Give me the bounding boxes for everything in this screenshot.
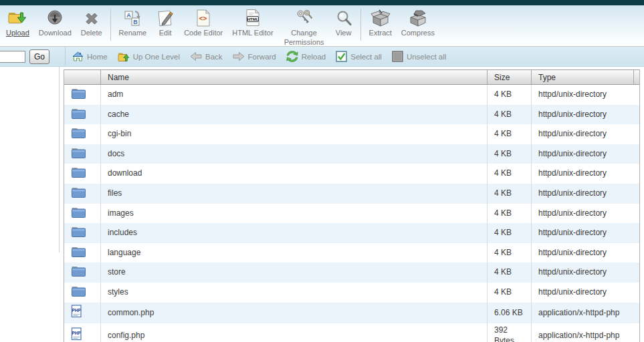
folder-icon: [71, 225, 86, 241]
svg-text:B: B: [134, 19, 138, 25]
folder-icon: [71, 166, 86, 182]
toolbar-button-edit[interactable]: Edit: [151, 7, 179, 39]
folder-icon: [71, 285, 86, 301]
row-icon-cell: [64, 204, 101, 224]
row-icon-cell: [64, 223, 101, 243]
table-row[interactable]: docs4 KBhttpd/unix-directory: [64, 144, 639, 164]
row-name-cell: docs: [101, 144, 488, 164]
nav-button-label: Home: [87, 53, 108, 61]
table-row[interactable]: cache4 KBhttpd/unix-directory: [64, 105, 639, 125]
row-icon-cell: [64, 164, 101, 184]
table-row[interactable]: language4 KBhttpd/unix-directory: [64, 243, 639, 263]
row-name-cell: config.php: [101, 323, 488, 342]
back-arrow-icon: [190, 51, 202, 61]
row-name-cell: styles: [101, 283, 488, 303]
toolbar-button-label: Compress: [401, 29, 435, 38]
row-name-cell: images: [101, 204, 488, 224]
row-size-cell: 4 KB: [488, 283, 532, 303]
nav-button-label: Back: [205, 53, 223, 61]
row-type-cell: httpd/unix-directory: [532, 85, 634, 105]
toolbar-button-label: View: [336, 29, 352, 38]
content-area: Name Size Type adm4 KBhttpd/unix-directo…: [0, 67, 644, 341]
row-name-cell: common.php: [101, 303, 488, 324]
nav-button-label: Unselect all: [407, 53, 446, 61]
header-size-column[interactable]: Size: [488, 70, 532, 84]
table-row[interactable]: files4 KBhttpd/unix-directory: [64, 184, 639, 204]
extract-box-icon: [370, 8, 391, 28]
nav-button-select-all[interactable]: Select all: [336, 51, 382, 62]
header-spacer: [634, 70, 639, 84]
row-type-cell: httpd/unix-directory: [532, 184, 634, 204]
folder-icon: [71, 265, 86, 281]
svg-text:PHP: PHP: [72, 331, 82, 335]
table-row[interactable]: cgi-bin4 KBhttpd/unix-directory: [64, 124, 639, 144]
row-icon-cell: [64, 144, 101, 164]
toolbar-button-rename[interactable]: ABRename: [114, 7, 152, 39]
header-icon-column: [64, 70, 101, 84]
toolbar-button-label: Delete: [81, 29, 102, 38]
table-row[interactable]: images4 KBhttpd/unix-directory: [64, 204, 639, 224]
table-body: adm4 KBhttpd/unix-directorycache4 KBhttp…: [64, 85, 639, 342]
upload-folder-icon: [7, 8, 27, 28]
table-row[interactable]: PHPcommon.php6.06 KBapplication/x-httpd-…: [64, 303, 639, 324]
header-type-column[interactable]: Type: [532, 70, 634, 84]
row-icon-cell: [64, 263, 101, 283]
row-type-cell: application/x-httpd-php: [532, 323, 634, 342]
nav-button-reload[interactable]: Reload: [286, 51, 326, 62]
row-size-cell: 4 KB: [488, 144, 532, 164]
row-name-cell: cgi-bin: [101, 124, 488, 144]
go-button[interactable]: Go: [29, 49, 49, 64]
toolbar-button-html-editor[interactable]: HTMLHTML Editor: [227, 7, 278, 39]
header-name-column[interactable]: Name: [101, 70, 488, 84]
folder-icon: [71, 126, 86, 142]
row-icon-cell: [64, 85, 101, 105]
row-name-cell: adm: [101, 85, 488, 105]
row-type-cell: httpd/unix-directory: [532, 144, 634, 164]
row-name-cell: cache: [101, 105, 488, 125]
row-type-cell: httpd/unix-directory: [532, 204, 634, 224]
home-icon: [72, 51, 84, 62]
table-header: Name Size Type: [64, 69, 639, 85]
row-size-cell: 6.06 KB: [488, 303, 532, 324]
nav-button-label: Select all: [350, 53, 382, 61]
toolbar-button-upload[interactable]: Upload: [1, 7, 34, 39]
table-row[interactable]: PHPconfig.php392 Bytesapplication/x-http…: [64, 323, 639, 342]
table-row[interactable]: store4 KBhttpd/unix-directory: [64, 263, 639, 283]
main-toolbar: UploadDownloadDeleteABRenameEdit<>Code E…: [0, 5, 644, 47]
path-input[interactable]: [0, 51, 25, 63]
row-size-cell: 4 KB: [488, 204, 532, 224]
row-size-cell: 392 Bytes: [488, 323, 532, 342]
nav-button-forward[interactable]: Forward: [233, 51, 276, 61]
row-icon-cell: [64, 184, 101, 204]
toolbar-button-compress[interactable]: Compress: [397, 7, 439, 39]
toolbar-button-extract[interactable]: Extract: [364, 7, 397, 39]
toolbar-button-label: Rename: [119, 29, 147, 38]
delete-x-icon: [82, 8, 101, 28]
nav-button-label: Reload: [302, 53, 326, 61]
toolbar-button-delete[interactable]: Delete: [76, 7, 107, 39]
nav-button-home[interactable]: Home: [72, 51, 108, 62]
toolbar-button-label: Code Editor: [184, 29, 223, 38]
toolbar-button-view[interactable]: View: [330, 7, 357, 39]
folder-icon: [71, 107, 86, 123]
table-row[interactable]: styles4 KBhttpd/unix-directory: [64, 283, 639, 303]
pane-divider: [59, 67, 60, 252]
toolbar-button-change-permissions[interactable]: Change Permissions: [278, 7, 330, 48]
edit-pencil-icon: [156, 8, 175, 28]
table-row[interactable]: download4 KBhttpd/unix-directory: [64, 164, 639, 184]
nav-button-unselect-all[interactable]: Unselect all: [392, 51, 446, 62]
view-magnifier-icon: [335, 8, 352, 28]
toolbar-button-download[interactable]: Download: [34, 7, 76, 39]
table-row[interactable]: adm4 KBhttpd/unix-directory: [64, 85, 639, 105]
row-size-cell: 4 KB: [488, 263, 532, 283]
folder-icon: [71, 206, 86, 222]
row-icon-cell: [64, 243, 101, 263]
toolbar-button-code-editor[interactable]: <>Code Editor: [179, 7, 227, 39]
row-type-cell: httpd/unix-directory: [532, 263, 634, 283]
table-row[interactable]: includes4 KBhttpd/unix-directory: [64, 223, 639, 243]
nav-items: HomeUp One LevelBackForwardReloadSelect …: [66, 51, 456, 62]
nav-button-back[interactable]: Back: [190, 51, 223, 61]
nav-button-label: Forward: [248, 53, 276, 61]
row-type-cell: httpd/unix-directory: [532, 283, 634, 303]
nav-button-up-one-level[interactable]: Up One Level: [118, 51, 180, 62]
